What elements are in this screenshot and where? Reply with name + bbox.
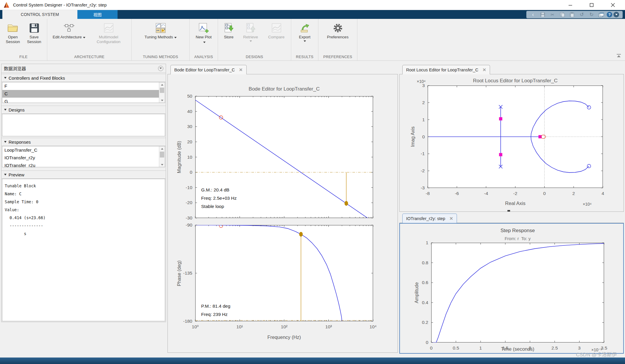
button-label: Tuning Methods [144,35,173,39]
cut-icon: ✂ [548,12,557,18]
scroll-thumb[interactable] [160,152,164,158]
export-icon [299,21,310,35]
svg-text:1: 1 [422,117,425,122]
multimodel-plot-icon [103,21,114,35]
list-item[interactable]: IOTransfer_r2y [2,154,159,162]
list-item[interactable]: C [2,90,159,98]
group-label: PREFERENCES [318,55,357,59]
scroll-down-icon[interactable] [159,162,165,167]
section-designs-header[interactable]: Designs [1,106,166,114]
tab-view[interactable]: 视图 [77,10,118,19]
group-label: TUNING METHODS [132,55,189,59]
scroll-thumb[interactable] [160,88,164,93]
amplitude-axis-label: Amplitude [414,243,419,342]
ribbon-tab-row: CONTROL SYSTEM 视图 ‹ ✂ ↺ ↻ ? [0,10,625,19]
phase-axis-label: Phase (deg) [177,225,182,321]
svg-text:50: 50 [187,94,193,99]
button-label: Preferences [327,35,349,39]
tab-bode-editor[interactable]: Bode Editor for LoopTransfer_C ✕ [170,65,247,74]
window-title: Control System Designer - IOTransfer_r2y… [13,2,107,7]
list-item[interactable]: G [2,98,159,103]
anno-line: G.M.: 20.4 dB [201,186,237,194]
watermark: CSDN @卡洛斯伊 [576,350,617,358]
qat-more-icon[interactable] [613,12,619,17]
designs-list[interactable] [2,114,165,136]
svg-text:10¹: 10¹ [236,324,243,329]
tab-control-system[interactable]: CONTROL SYSTEM [2,10,77,19]
tab-step-response[interactable]: IOTransfer_r2y: step ✕ [402,214,457,223]
step-figure: Step Response From: r To: y Amplitude 00… [399,223,624,354]
root-locus-plot[interactable]: -8-6-4-2024-3-2-10123 [428,86,603,188]
maximize-button[interactable] [585,1,598,9]
svg-text:3: 3 [422,83,425,88]
collapse-arrow-icon [4,109,6,111]
collapse-arrow-icon [4,174,6,176]
panel-splitter-handle[interactable] [507,210,510,211]
svg-text:-90: -90 [186,222,193,227]
anno-line: Freq: 239 Hz [201,310,230,319]
tab-root-locus[interactable]: Root Locus Editor for LoopTransfer_C ✕ [402,65,490,74]
collapse-arrow-icon [4,141,6,143]
scroll-up-icon[interactable] [159,82,165,87]
list-item[interactable]: IOTransfer_r2u [2,162,159,167]
help-icon[interactable]: ? [607,12,612,17]
control-system-designer-window: Control System Designer - IOTransfer_r2y… [0,0,625,364]
minimize-button[interactable] [564,1,577,9]
svg-text:-10: -10 [186,185,193,190]
pv-line: -------------- [5,222,162,230]
section-controllers-header[interactable]: Controllers and Fixed Blocks [1,74,166,82]
scrollbar[interactable] [159,82,165,103]
pv-line: 0.414 (s+23.66) [5,214,162,222]
collapse-left-icon[interactable]: ‹ [529,12,537,18]
responses-list: LoopTransfer_CIOTransfer_r2yIOTransfer_r… [2,146,165,167]
scrollbar[interactable] [159,146,165,167]
bode-plot-title: Bode Editor for LoopTransfer_C [195,86,373,92]
svg-text:-2: -2 [421,168,425,173]
button-label: Compare [268,35,285,39]
data-browser-menu-icon[interactable] [158,66,163,71]
svg-text:-8: -8 [426,191,430,196]
imag-axis-label: Imag Axis [410,86,416,188]
list-item[interactable]: F [2,82,159,90]
step-response-panel: IOTransfer_r2y: step ✕ Step Response Fro… [399,212,624,354]
list-item[interactable]: LoopTransfer_C [2,146,159,154]
redo-icon: ↻ [587,12,596,18]
close-icon[interactable]: ✕ [239,67,243,73]
rlocus-plot-title: Root Locus Editor for LoopTransfer_C [428,78,603,84]
minimize-ribbon-icon[interactable] [616,54,621,58]
svg-text:-30: -30 [186,215,193,220]
undo-icon: ↺ [577,12,586,18]
tab-label: Bode Editor for LoopTransfer_C [174,68,235,72]
button-label: Edit Architecture [53,35,82,39]
close-button[interactable] [606,1,620,9]
svg-text:2: 2 [422,100,425,105]
close-icon[interactable]: ✕ [449,216,453,221]
group-designs: Store Retrieve Compare DESIGNS [218,19,291,60]
ribbon-toolbar: Open Session Save Session FILE Edit Arch… [0,19,625,61]
anno-line: Stable loop [201,202,237,211]
section-responses-header[interactable]: Responses [1,138,166,146]
scroll-down-icon[interactable] [159,98,165,103]
close-icon[interactable]: ✕ [482,67,486,73]
gear-icon [332,21,344,35]
svg-text:30: 30 [187,124,193,129]
group-label: DESIGNS [218,55,291,59]
dropdown-arrow-icon [174,37,177,38]
group-file: Open Session Save Session FILE [0,19,47,60]
scroll-up-icon[interactable] [159,146,165,151]
group-label: ARCHITECTURE [47,55,131,59]
data-browser-panel: 数据浏览器 Controllers and Fixed Blocks FCG D… [1,64,166,322]
group-results: Export RESULTS [291,19,318,60]
window-layout-icon[interactable] [597,12,606,18]
data-browser-header: 数据浏览器 [1,64,166,73]
tab-label: Root Locus Editor for LoopTransfer_C [406,68,478,72]
new-plot-icon [198,21,209,35]
anno-line: P.M.: 81.4 deg [201,302,230,310]
group-architecture: Edit Architecture Multimodel Configurati… [47,19,132,60]
svg-text:-2: -2 [513,191,517,196]
step-response-plot[interactable]: 00.511.522.533.500.20.40.60.81 [431,243,604,342]
section-preview-header[interactable]: Preview [1,170,166,179]
title-bar: Control System Designer - IOTransfer_r2y… [0,0,625,10]
pv-line: Sample Time: 0 [5,198,162,206]
svg-text:-135: -135 [183,270,192,276]
